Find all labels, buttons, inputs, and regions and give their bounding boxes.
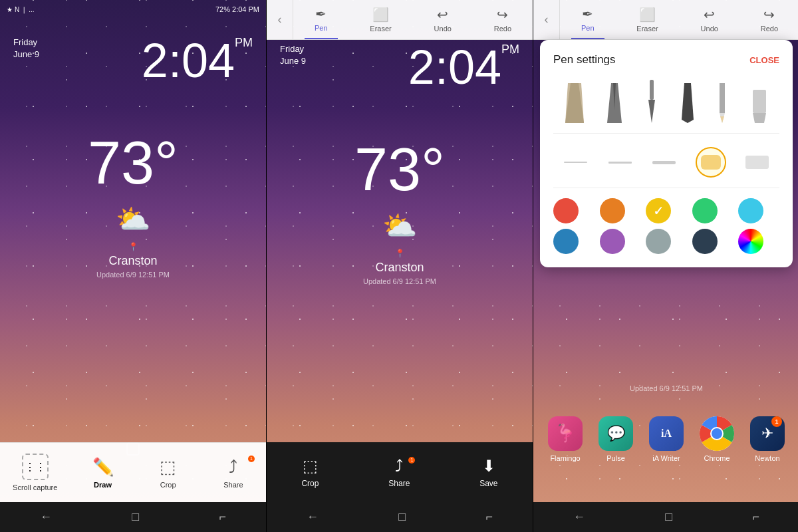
crop-icon-2: ⬚	[303, 457, 318, 475]
save-tool-btn[interactable]: ⬇ Save	[479, 457, 497, 488]
eraser-icon: ⬜	[372, 7, 389, 23]
color-green[interactable]	[692, 198, 718, 223]
pen-settings-close-btn[interactable]: CLOSE	[749, 55, 779, 65]
draw-back-btn[interactable]: ‹	[267, 0, 293, 39]
location-icon-2: 📍	[395, 249, 405, 258]
date-info-2: Friday June 9	[280, 43, 306, 67]
app-ia-writer[interactable]: iA iA Writer	[649, 416, 684, 462]
back-button-2[interactable]: ←	[307, 510, 319, 524]
bottom-draw-tools: ⬚ Crop ⤴ Share 1 ⬇ Save	[267, 442, 533, 502]
color-custom[interactable]	[738, 229, 763, 254]
app-pulse[interactable]: 💬 Pulse	[598, 416, 633, 462]
panel-1: ★ N ❘ ... 72% 2:04 PM Friday June 9 2:04…	[0, 0, 266, 532]
draw-back-btn-3[interactable]: ‹	[533, 0, 560, 39]
app-newton[interactable]: ✈ 1 Newton	[750, 416, 785, 462]
eraser-tool[interactable]: ⬜ Eraser	[360, 0, 401, 39]
app-chrome[interactable]: Chrome	[700, 416, 734, 462]
size-highlighter[interactable]	[744, 149, 771, 176]
pen-tool-3[interactable]: ✒ Pen	[571, 0, 604, 39]
home-button-nav-2[interactable]: □	[398, 510, 406, 524]
size-thick[interactable]	[651, 149, 678, 176]
nib-pencil[interactable]	[717, 83, 728, 123]
color-black[interactable]	[692, 229, 718, 254]
share-label-2: Share	[388, 479, 410, 488]
pen-label-3: Pen	[581, 24, 595, 32]
undo-label-3: Undo	[701, 25, 718, 33]
color-blue[interactable]	[553, 229, 579, 254]
color-cyan[interactable]	[738, 198, 763, 223]
redo-label-3: Redo	[761, 25, 778, 33]
redo-tool-3[interactable]: ↪ Redo	[751, 0, 788, 39]
nib-calligraphy[interactable]	[565, 83, 584, 123]
undo-icon-3: ↩	[704, 7, 715, 23]
back-button-1[interactable]: ←	[40, 510, 52, 524]
pen-nibs-row	[553, 80, 779, 134]
pen-label: Pen	[315, 24, 328, 32]
eraser-tool-3[interactable]: ⬜ Eraser	[626, 0, 668, 39]
recents-button-3[interactable]: ⌐	[752, 510, 759, 524]
nib-fountain[interactable]	[607, 83, 622, 123]
nav-bar-2: ← □ ⌐	[267, 502, 533, 532]
eraser-label-3: Eraser	[636, 25, 658, 33]
share-icon-2: ⤴	[395, 457, 403, 475]
city-name-2: Cranston	[375, 261, 424, 275]
pen-settings-header: Pen settings CLOSE	[553, 53, 779, 66]
nib-brush[interactable]	[645, 80, 658, 123]
pulse-label: Pulse	[606, 454, 625, 462]
size-selected[interactable]	[696, 147, 726, 178]
recents-button-1[interactable]: ⌐	[219, 510, 226, 524]
nav-bar-3: ← □ ⌐	[533, 502, 798, 532]
color-yellow[interactable]: ✓	[646, 198, 671, 223]
size-medium[interactable]	[606, 149, 633, 176]
crop-tool-btn[interactable]: ⬚ Crop	[301, 457, 319, 488]
toolbar-scroll-capture[interactable]: ⋮⋮ Scroll capture	[13, 454, 57, 491]
status-icons-left: ★ N ❘ ...	[7, 6, 35, 13]
clock-area-2: Friday June 9 2:04PM	[267, 43, 533, 91]
share-icon-1: ⤴	[229, 457, 237, 477]
toolbar-draw[interactable]: ✏️ Draw	[83, 457, 123, 489]
newton-label: Newton	[755, 454, 779, 462]
undo-tool[interactable]: ↩ Undo	[424, 0, 462, 39]
ia-label: iA Writer	[652, 454, 680, 462]
share-tool-btn[interactable]: ⤴ Share 1	[388, 457, 410, 488]
draw-tools-list: ✒ Pen ⬜ Eraser ↩ Undo ↪ Redo	[293, 0, 533, 39]
weather-2: 73° ⛅ 📍 Cranston Updated 6/9 12:51 PM	[267, 140, 533, 285]
updated-text-1: Updated 6/9 12:51 PM	[96, 271, 170, 279]
color-orange[interactable]	[600, 198, 625, 223]
pen-tool[interactable]: ✒ Pen	[305, 0, 338, 39]
crop-icon-1: ⬚	[160, 457, 176, 477]
panel-2: ‹ ✒ Pen ⬜ Eraser ↩ Undo ↪ Redo Friday Ju…	[267, 0, 533, 532]
toolbar-crop[interactable]: ⬚ Crop	[148, 457, 188, 489]
svg-marker-5	[648, 100, 655, 123]
color-red[interactable]	[553, 198, 579, 223]
recents-button-2[interactable]: ⌐	[485, 510, 493, 524]
wifi-icon: N	[15, 6, 19, 13]
redo-tool[interactable]: ↪ Redo	[484, 0, 521, 39]
updated-text-3: Updated 6/9 12:51 PM	[533, 384, 798, 392]
undo-tool-3[interactable]: ↩ Undo	[691, 0, 728, 39]
undo-icon: ↩	[437, 7, 448, 23]
eraser-icon-3: ⬜	[639, 7, 656, 23]
date-info-1: Friday June 9	[13, 37, 39, 61]
location-icon-1: 📍	[128, 242, 138, 251]
scroll-capture-label: Scroll capture	[13, 483, 57, 491]
city-name-1: Cranston	[108, 254, 157, 268]
undo-label: Undo	[434, 25, 452, 33]
home-button-nav-1[interactable]: □	[132, 510, 139, 524]
app-flamingo[interactable]: 🦩 Flamingo	[548, 416, 583, 462]
bottom-toolbar-1: ⋮⋮ Scroll capture ✏️ Draw ⬚ Crop ⤴ Share…	[0, 442, 266, 502]
crop-label-2: Crop	[301, 479, 319, 488]
draw-pencil-icon: ✏️	[92, 457, 114, 477]
panel-3: ‹ ✒ Pen ⬜ Eraser ↩ Undo ↪ Redo Pen setti…	[533, 0, 798, 532]
toolbar-share[interactable]: ⤴ Share 1	[213, 457, 253, 489]
crop-label-1: Crop	[160, 481, 176, 489]
pen-settings-panel: Pen settings CLOSE	[540, 40, 793, 267]
color-gray[interactable]	[646, 229, 671, 254]
nib-marker[interactable]	[682, 83, 694, 123]
nib-highlighter[interactable]	[751, 90, 768, 123]
color-purple[interactable]	[600, 229, 625, 254]
size-thin[interactable]	[562, 149, 589, 176]
back-button-3[interactable]: ←	[573, 510, 585, 524]
home-button-nav-3[interactable]: □	[665, 510, 672, 524]
temperature-1: 73°	[88, 133, 178, 193]
